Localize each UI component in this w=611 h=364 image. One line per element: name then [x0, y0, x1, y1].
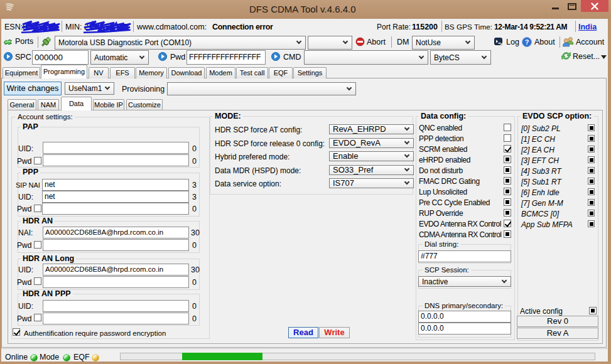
svg-text:?: ?	[525, 38, 529, 46]
